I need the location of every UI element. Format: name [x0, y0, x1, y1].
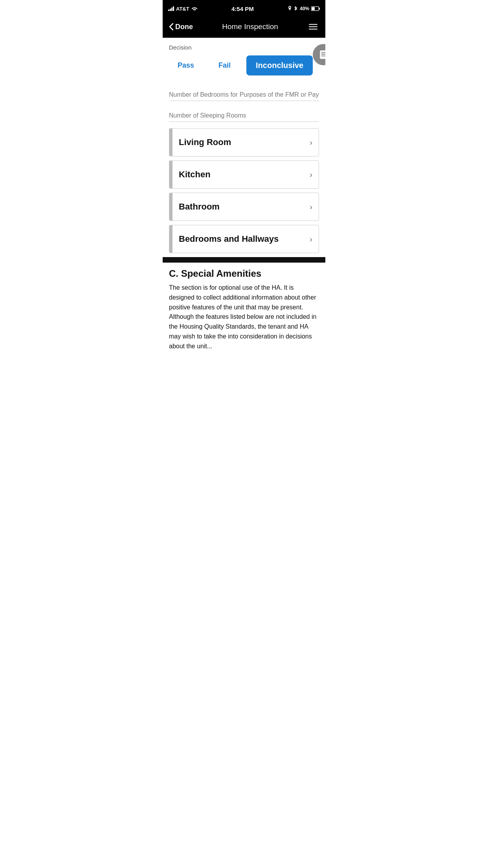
back-label: Done — [175, 23, 193, 31]
living-room-item[interactable]: Living Room › — [169, 128, 319, 156]
pass-button[interactable]: Pass — [169, 57, 203, 74]
decision-buttons: Pass Fail Inconclusive — [169, 55, 313, 75]
signal-icon — [168, 6, 174, 11]
living-room-accent — [169, 129, 172, 156]
back-chevron-icon — [169, 23, 174, 31]
kitchen-label: Kitchen — [179, 169, 211, 180]
wifi-icon — [191, 6, 198, 11]
menu-line-2 — [309, 26, 317, 27]
back-button[interactable]: Done — [169, 23, 193, 31]
bathroom-chevron-icon: › — [310, 202, 312, 211]
decision-section: Decision Pass Fail Inconclusive — [169, 44, 313, 83]
black-divider — [163, 257, 325, 263]
fields-section — [169, 86, 319, 122]
bathroom-label: Bathroom — [179, 202, 220, 212]
svg-rect-3 — [319, 7, 320, 9]
status-left: AT&T — [168, 6, 198, 12]
bedrooms-field-group — [169, 86, 319, 101]
battery-percentage: 40% — [300, 6, 309, 11]
svg-point-0 — [194, 11, 195, 11]
nav-bar: Done Home Inspection — [163, 17, 325, 38]
carrier-label: AT&T — [176, 6, 189, 12]
sleeping-rooms-input[interactable] — [169, 111, 319, 120]
special-amenities-section: C. Special Amenities The section is for … — [169, 263, 319, 351]
kitchen-chevron-icon: › — [310, 170, 312, 179]
nav-title: Home Inspection — [222, 22, 278, 31]
living-room-chevron-icon: › — [310, 138, 312, 147]
special-amenities-title: C. Special Amenities — [169, 268, 319, 279]
status-bar: AT&T 4:54 PM 40% — [163, 0, 325, 17]
main-content: Decision Pass Fail Inconclusive Living R… — [163, 38, 325, 351]
status-time: 4:54 PM — [231, 6, 254, 12]
bathroom-accent — [169, 193, 172, 221]
battery-icon — [311, 6, 320, 11]
bedrooms-hallways-chevron-icon: › — [310, 235, 312, 244]
bedrooms-hallways-item[interactable]: Bedrooms and Hallways › — [169, 225, 319, 253]
book-icon — [318, 50, 325, 60]
living-room-label: Living Room — [179, 137, 231, 147]
kitchen-item[interactable]: Kitchen › — [169, 160, 319, 189]
bedrooms-input[interactable] — [169, 90, 319, 99]
fail-button[interactable]: Fail — [210, 57, 239, 74]
bedrooms-hallways-accent — [169, 225, 172, 253]
menu-line-3 — [309, 29, 317, 29]
svg-rect-2 — [312, 7, 315, 10]
decision-label: Decision — [169, 44, 313, 51]
bathroom-item[interactable]: Bathroom › — [169, 193, 319, 221]
sleeping-rooms-field-group — [169, 107, 319, 122]
menu-line-1 — [309, 24, 317, 25]
inconclusive-button[interactable]: Inconclusive — [246, 55, 313, 75]
bedrooms-hallways-label: Bedrooms and Hallways — [179, 234, 279, 244]
location-icon — [288, 6, 292, 11]
special-amenities-body: The section is for optional use of the H… — [169, 283, 319, 351]
book-icon-button[interactable] — [313, 44, 325, 65]
room-list: Living Room › Kitchen › Bathroom › Bedro… — [169, 128, 319, 253]
bluetooth-icon — [294, 6, 298, 11]
kitchen-accent — [169, 161, 172, 188]
status-right: 40% — [288, 6, 320, 11]
menu-button[interactable] — [307, 22, 319, 31]
